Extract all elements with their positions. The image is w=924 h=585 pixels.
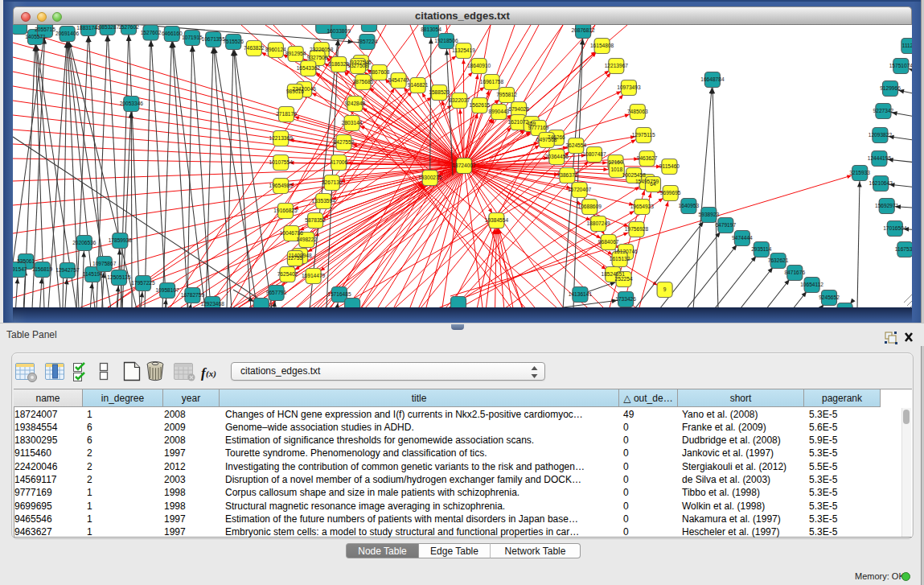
svg-text:1145194: 1145194 [83, 271, 104, 277]
svg-text:16961758: 16961758 [480, 79, 504, 84]
svg-text:20691406: 20691406 [55, 31, 80, 36]
svg-text:252254: 252254 [615, 276, 633, 282]
svg-text:3875685: 3875685 [353, 79, 374, 84]
svg-text:9777169: 9777169 [528, 125, 549, 130]
svg-text:9327508: 9327508 [347, 63, 368, 68]
svg-text:15751074: 15751074 [889, 63, 912, 68]
svg-text:1733426: 1733426 [615, 296, 636, 302]
svg-text:10107554: 10107554 [269, 159, 294, 165]
svg-text:10973493: 10973493 [617, 84, 641, 90]
svg-text:8813054: 8813054 [421, 27, 441, 32]
svg-text:1562615: 1562615 [470, 102, 491, 108]
svg-text:20876812: 20876812 [571, 27, 595, 33]
svg-text:19218506: 19218506 [434, 38, 458, 43]
svg-text:16914479: 16914479 [302, 273, 326, 278]
svg-text:9699695: 9699695 [660, 190, 681, 196]
svg-text:19654985: 19654985 [269, 183, 294, 188]
svg-text:16543362: 16543362 [297, 65, 321, 71]
svg-text:1498222: 1498222 [296, 237, 317, 242]
svg-text:17957225: 17957225 [131, 280, 155, 286]
svg-text:16782759: 16782759 [181, 292, 205, 298]
svg-text:1018: 1018 [610, 167, 622, 172]
svg-text:12213369: 12213369 [269, 135, 294, 141]
svg-text:6479197: 6479197 [715, 222, 736, 228]
svg-text:1588520: 1588520 [429, 89, 450, 95]
svg-text:8471676: 8471676 [784, 270, 805, 275]
svg-text:417006: 417006 [330, 159, 347, 165]
svg-text:13353594: 13353594 [312, 198, 336, 204]
svg-text:535061: 535061 [17, 258, 35, 264]
svg-text:16033809: 16033809 [327, 28, 351, 34]
svg-text:9227342: 9227342 [873, 108, 894, 113]
svg-text:19300275: 19300275 [418, 175, 442, 180]
svg-text:8427552: 8427552 [334, 139, 355, 145]
svg-text:8990443: 8990443 [489, 109, 510, 114]
svg-text:15692971: 15692971 [875, 203, 899, 208]
svg-text:1405571: 1405571 [25, 34, 46, 39]
svg-text:12942757: 12942757 [55, 267, 80, 273]
svg-text:391547: 391547 [13, 266, 27, 272]
svg-text:12755: 12755 [288, 255, 303, 261]
svg-text:16120746: 16120746 [614, 249, 638, 254]
svg-text:2867608: 2867608 [369, 69, 390, 75]
svg-text:19756928: 19756928 [625, 226, 649, 232]
svg-text:7386372: 7386372 [557, 172, 578, 178]
svg-text:19384554: 19384554 [485, 217, 509, 223]
svg-text:8960124: 8960124 [265, 47, 286, 52]
svg-text:10688609: 10688609 [578, 204, 602, 209]
svg-text:19654923: 19654923 [630, 204, 655, 209]
svg-text:19166825: 19166825 [273, 208, 298, 213]
svg-text:17016504: 17016504 [883, 225, 907, 231]
svg-text:6466160: 6466160 [162, 31, 183, 36]
svg-text:8322037: 8322037 [449, 97, 470, 103]
svg-text:20053346: 20053346 [120, 101, 144, 106]
svg-text:1527602: 1527602 [118, 25, 139, 30]
svg-text:10025458: 10025458 [622, 172, 647, 178]
svg-text:9245652: 9245652 [819, 295, 840, 300]
svg-text:8454749: 8454749 [388, 77, 409, 83]
svg-text:10046786: 10046786 [280, 230, 304, 236]
svg-text:16210643: 16210643 [869, 180, 893, 186]
svg-text:20206536: 20206536 [72, 240, 97, 245]
svg-text:9684067: 9684067 [598, 239, 619, 245]
svg-text:2803144: 2803144 [342, 120, 363, 126]
svg-text:1071915: 1071915 [182, 35, 203, 40]
svg-text:7515526: 7515526 [223, 39, 244, 44]
svg-text:10671355: 10671355 [202, 36, 226, 42]
svg-text:2055715: 2055715 [35, 27, 55, 32]
svg-text:9463627: 9463627 [637, 155, 658, 161]
svg-text:10975867: 10975867 [92, 261, 117, 266]
svg-text:7485063: 7485063 [627, 109, 648, 114]
svg-text:9327506: 9327506 [307, 55, 328, 60]
svg-text:1527602: 1527602 [141, 30, 162, 35]
svg-text:12975115: 12975115 [632, 132, 655, 138]
svg-text:62160: 62160 [608, 159, 623, 165]
svg-text:1167533: 1167533 [895, 246, 912, 252]
svg-text:10958107: 10958107 [155, 287, 179, 293]
svg-text:7857224: 7857224 [357, 39, 378, 44]
svg-text:5938923: 5938923 [699, 212, 720, 217]
svg-text:8912954: 8912954 [285, 51, 306, 56]
svg-text:20364456: 20364456 [545, 154, 569, 159]
svg-text:7632621: 7632621 [768, 257, 789, 263]
svg-text:1640953: 1640953 [679, 203, 700, 208]
svg-text:9242848: 9242848 [344, 101, 365, 106]
svg-text:10853287: 10853287 [96, 25, 120, 30]
svg-text:(x): (x) [206, 369, 216, 379]
svg-text:12093822: 12093822 [869, 132, 893, 138]
svg-text:9474444: 9474444 [732, 235, 753, 241]
svg-text:8186328: 8186328 [328, 61, 349, 67]
svg-text:16154808: 16154808 [590, 43, 614, 48]
svg-text:9129966: 9129966 [880, 85, 901, 91]
svg-text:10807487: 10807487 [582, 151, 606, 157]
svg-text:3267130: 3267130 [322, 179, 343, 185]
svg-text:12505135: 12505135 [107, 274, 131, 280]
svg-text:10654112: 10654112 [800, 282, 823, 287]
svg-text:3215933: 3215933 [849, 170, 870, 175]
svg-text:1156819: 1156819 [32, 266, 53, 272]
svg-text:14136141: 14136141 [569, 291, 593, 297]
svg-text:9: 9 [663, 286, 667, 292]
svg-text:18724007: 18724007 [452, 163, 476, 168]
svg-text:6497568: 6497568 [536, 137, 557, 142]
svg-text:2718176: 2718176 [276, 111, 297, 117]
